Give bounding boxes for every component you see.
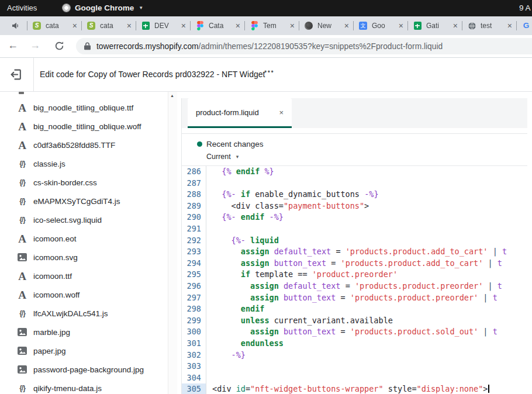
line-number[interactable]: 303	[182, 361, 206, 372]
code-line[interactable]: 300 assign button_text = 'products.produ…	[182, 326, 527, 338]
line-number[interactable]: 292	[182, 235, 206, 247]
close-tab-icon[interactable]: ×	[279, 108, 284, 117]
code-line[interactable]: 302 -%}	[182, 350, 527, 361]
file-item[interactable]: {/}qikify-tmenu-data.js	[0, 379, 165, 394]
browser-tab[interactable]: Scata×	[27, 16, 81, 35]
file-item[interactable]: Abig_noodle_titling_oblique.woff	[0, 117, 165, 136]
line-number[interactable]: 298	[182, 303, 206, 315]
code-line-text	[206, 223, 212, 235]
code-line[interactable]: 289 <div class="payment-buttons">	[182, 201, 527, 212]
line-number[interactable]: 305	[182, 383, 206, 394]
close-tab-icon[interactable]: ×	[234, 22, 241, 30]
code-line[interactable]: 294 assign button_text = 'products.produ…	[182, 258, 527, 269]
line-number[interactable]: 288	[182, 189, 206, 201]
browser-tab[interactable]: G	[516, 16, 532, 35]
sidebar-scrollbar[interactable]	[168, 92, 177, 394]
code-line[interactable]: 290 {%- endif -%}	[182, 212, 527, 223]
code-line[interactable]: 287	[182, 178, 527, 189]
forward-button[interactable]: →	[30, 39, 40, 51]
code-line[interactable]: 288 {%- if enable_dynamic_buttons -%}	[182, 189, 527, 201]
file-item[interactable]: icomoon.svg	[0, 248, 165, 267]
line-number[interactable]: 293	[182, 246, 206, 258]
line-number[interactable]: 299	[182, 315, 206, 327]
code-line[interactable]: 304	[182, 372, 527, 384]
file-item[interactable]: marble.jpg	[0, 323, 165, 341]
code-line[interactable]: 286 {% endif %}	[182, 166, 527, 178]
editor-tab-product-form[interactable]: product-form.liquid ×	[188, 98, 292, 128]
file-item[interactable]: {/}eMAPMXSyTCgGdiT4.js	[0, 192, 165, 210]
code-line[interactable]: 293 assign default_text = 'products.prod…	[182, 246, 527, 258]
browser-tab[interactable]: Tem×	[244, 16, 299, 35]
caret-down-icon: ▼	[139, 5, 143, 11]
line-number[interactable]: 294	[182, 258, 206, 269]
file-item[interactable]: Ac0df3a6b528fdd85.TTF	[0, 136, 165, 154]
file-item[interactable]: Aicomoon.woff	[0, 285, 165, 304]
close-tab-icon[interactable]: ×	[343, 22, 350, 30]
browser-tab[interactable]: 文Goo×	[353, 16, 407, 35]
reload-button[interactable]	[54, 41, 64, 51]
code-line[interactable]: 299 unless current_variant.available	[182, 315, 527, 327]
line-number[interactable]: 290	[182, 212, 206, 223]
version-dropdown[interactable]: Current ▾	[206, 153, 239, 161]
close-tab-icon[interactable]: ×	[180, 22, 187, 30]
code-line[interactable]: 305<div id="nft-widget-buttons-wrapper" …	[182, 383, 527, 394]
app-menu[interactable]: Google Chrome ▼	[62, 4, 143, 12]
close-tab-icon[interactable]: ×	[126, 22, 133, 30]
code-area[interactable]: 286 {% endif %}287288 {%- if enable_dyna…	[182, 165, 527, 394]
file-item[interactable]: paper.jpg	[0, 341, 165, 360]
file-item[interactable]: password-page-background.jpg	[0, 360, 165, 379]
line-number[interactable]: 297	[182, 292, 206, 304]
close-tab-icon[interactable]: ×	[398, 22, 405, 30]
close-tab-icon[interactable]: ×	[71, 22, 78, 30]
line-number[interactable]: 300	[182, 326, 206, 338]
back-button[interactable]: ←	[8, 39, 18, 51]
line-number[interactable]: 296	[182, 281, 206, 292]
file-item[interactable]: Abig_noodle_titling_oblique.ttf	[0, 98, 165, 117]
exit-code-editor-button[interactable]	[9, 68, 23, 81]
editor-tab-label: product-form.liquid	[196, 108, 279, 117]
code-line[interactable]: 296 assign default_text = 'products.prod…	[182, 281, 527, 292]
font-file-icon: A	[18, 102, 26, 113]
file-item[interactable]: {/}lfcAXLwjkDALc541.js	[0, 304, 165, 323]
browser-tab[interactable]: Cata×	[190, 16, 244, 35]
browser-tab-title: DEV	[154, 22, 180, 30]
clock[interactable]: 9 A	[519, 4, 531, 12]
activities-button[interactable]: Activities	[7, 4, 37, 12]
code-line[interactable]: 291	[182, 223, 527, 235]
close-tab-icon[interactable]: ×	[506, 22, 513, 30]
line-number[interactable]: 291	[182, 223, 206, 235]
code-line[interactable]: 298 endif	[182, 303, 527, 315]
lock-icon[interactable]	[84, 42, 91, 50]
browser-tab[interactable]: DEV×	[136, 16, 190, 35]
address-bar[interactable]: towerrecords.myshopify.com/admin/themes/…	[76, 38, 532, 54]
code-file-icon: {/}	[19, 216, 25, 223]
browser-tab[interactable]: test×	[462, 16, 516, 35]
file-item[interactable]: {/}ico-select.svg.liquid	[0, 210, 165, 229]
line-number[interactable]: 302	[182, 350, 206, 361]
close-tab-icon[interactable]: ×	[289, 22, 296, 30]
line-number[interactable]: 301	[182, 338, 206, 350]
line-number[interactable]: 286	[182, 166, 206, 178]
line-number[interactable]: 295	[182, 269, 206, 281]
code-file-icon: {/}	[19, 198, 25, 205]
file-item[interactable]: {/}classie.js	[0, 154, 165, 173]
line-number[interactable]: 304	[182, 372, 206, 384]
file-item[interactable]: Aicomoon.eot	[0, 229, 165, 248]
close-tab-icon[interactable]: ×	[452, 22, 459, 30]
code-line[interactable]: 301 endunless	[182, 338, 527, 350]
browser-tab-title: cata	[46, 22, 71, 30]
overflow-menu-button[interactable]: •••	[264, 68, 274, 76]
code-line[interactable]: 295 if template == 'product.preorder'	[182, 269, 527, 281]
line-number[interactable]: 287	[182, 178, 206, 189]
code-line[interactable]: 292 {%- liquid	[182, 235, 527, 247]
code-line[interactable]: 303	[182, 361, 527, 372]
line-number[interactable]: 289	[182, 201, 206, 212]
code-line[interactable]: 297 assign button_text = 'products.produ…	[182, 292, 527, 304]
file-item[interactable]: {/}cs-skin-border.css	[0, 173, 165, 192]
file-item[interactable]: Aicomoon.ttf	[0, 267, 165, 285]
browser-tab[interactable]: Gati×	[407, 16, 462, 35]
page-header: Edit code for Copy of Tower Records prd0…	[0, 58, 532, 92]
browser-tab[interactable]: New×	[299, 16, 353, 35]
scroll-up-arrow-icon[interactable]: ▲	[170, 94, 174, 98]
browser-tab[interactable]: Scata×	[81, 16, 136, 35]
